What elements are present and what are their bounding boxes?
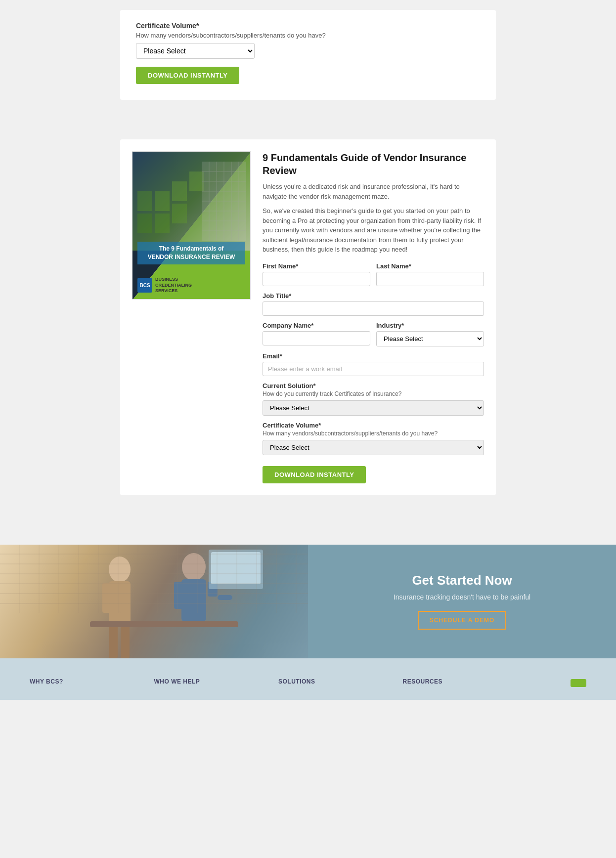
top-cert-vol-desc: How many vendors/subcontractors/supplier…: [136, 32, 480, 39]
svg-rect-25: [109, 626, 118, 658]
first-name-group: First Name*: [263, 262, 370, 286]
footer-cta-button[interactable]: [571, 679, 586, 687]
company-industry-row: Company Name* Industry* Please Select: [263, 322, 484, 346]
last-name-label: Last Name*: [376, 262, 484, 270]
email-input[interactable]: [263, 362, 484, 376]
svg-rect-1: [137, 191, 152, 211]
book-cover: The 9 Fundamentals of VENDOR INSURANCE R…: [132, 151, 251, 483]
book-logo: BCS BUSINESS CREDENTIALING SERVICES: [137, 277, 192, 294]
cert-vol-select[interactable]: Please Select: [263, 440, 484, 455]
last-name-group: Last Name*: [376, 262, 484, 286]
cta-photo: [0, 545, 308, 658]
company-name-group: Company Name*: [263, 322, 370, 346]
cert-vol-section: Certificate Volume* How many vendors/sub…: [263, 422, 484, 455]
svg-rect-6: [172, 204, 187, 223]
footer-col-why-bcs-title: WHY BCS?: [30, 678, 134, 685]
name-row: First Name* Last Name*: [263, 262, 484, 286]
first-name-input[interactable]: [263, 272, 370, 286]
bcs-logo-text: BUSINESS CREDENTIALING SERVICES: [155, 277, 192, 294]
job-title-group: Job Title*: [263, 292, 484, 316]
svg-rect-26: [121, 626, 130, 658]
schedule-demo-button[interactable]: SCHEDULE A DEMO: [418, 611, 506, 630]
industry-group: Industry* Please Select: [376, 322, 484, 346]
cert-vol-desc: How many vendors/subcontractors/supplier…: [263, 430, 484, 437]
footer-col-why-bcs: WHY BCS?: [30, 678, 134, 690]
current-solution-desc: How do you currently track Certificates …: [263, 390, 484, 397]
footer-nav: WHY BCS? WHO WE HELP SOLUTIONS RESOURCES: [0, 658, 616, 700]
footer-cta-area: [527, 678, 586, 690]
email-row: Email*: [263, 352, 484, 376]
current-solution-section: Current Solution* How do you currently t…: [263, 382, 484, 416]
form-side: 9 Fundamentals Guide of Vendor Insurance…: [263, 151, 484, 483]
footer-col-resources: RESOURCES: [403, 678, 508, 690]
company-name-input[interactable]: [263, 331, 370, 345]
form-desc2: So, we've created this beginner's guide …: [263, 206, 484, 255]
svg-rect-2: [137, 214, 152, 233]
cta-subtitle: Insurance tracking doesn't have to be pa…: [394, 593, 530, 601]
industry-label: Industry*: [376, 322, 484, 329]
current-solution-label: Current Solution*: [263, 382, 484, 389]
footer-col-who-we-help-title: WHO WE HELP: [154, 678, 259, 685]
svg-rect-3: [155, 191, 170, 211]
form-title: 9 Fundamentals Guide of Vendor Insurance…: [263, 151, 484, 177]
footer-col-solutions-title: SOLUTIONS: [278, 678, 383, 685]
cta-content: Get Started Now Insurance tracking doesn…: [308, 545, 616, 658]
job-title-label: Job Title*: [263, 292, 484, 300]
email-label: Email*: [263, 352, 484, 360]
footer-col-who-we-help: WHO WE HELP: [154, 678, 259, 690]
cta-section: Get Started Now Insurance tracking doesn…: [0, 545, 616, 658]
form-desc1: Unless you're a dedicated risk and insur…: [263, 182, 484, 201]
footer-col-resources-title: RESOURCES: [403, 678, 508, 685]
cta-title: Get Started Now: [412, 573, 512, 588]
industry-select[interactable]: Please Select: [376, 331, 484, 346]
cert-vol-label: Certificate Volume*: [263, 422, 484, 429]
svg-rect-5: [172, 181, 187, 201]
top-cert-vol-label: Certificate Volume*: [136, 22, 480, 30]
svg-rect-4: [155, 214, 170, 233]
first-name-label: First Name*: [263, 262, 370, 270]
svg-rect-34: [90, 621, 238, 627]
current-solution-select[interactable]: Please Select: [263, 400, 484, 416]
email-group: Email*: [263, 352, 484, 376]
bcs-logo-icon: BCS: [137, 278, 152, 293]
last-name-input[interactable]: [376, 272, 484, 286]
company-name-label: Company Name*: [263, 322, 370, 329]
book-overlay: The 9 Fundamentals of VENDOR INSURANCE R…: [137, 242, 245, 264]
job-title-row: Job Title*: [263, 292, 484, 316]
top-download-button[interactable]: DOWNLOAD INSTANTLY: [136, 67, 239, 84]
footer-col-solutions: SOLUTIONS: [278, 678, 383, 690]
main-download-button[interactable]: DOWNLOAD INSTANTLY: [263, 466, 366, 483]
top-cert-vol-select[interactable]: Please Select: [136, 43, 255, 59]
job-title-input[interactable]: [263, 301, 484, 316]
